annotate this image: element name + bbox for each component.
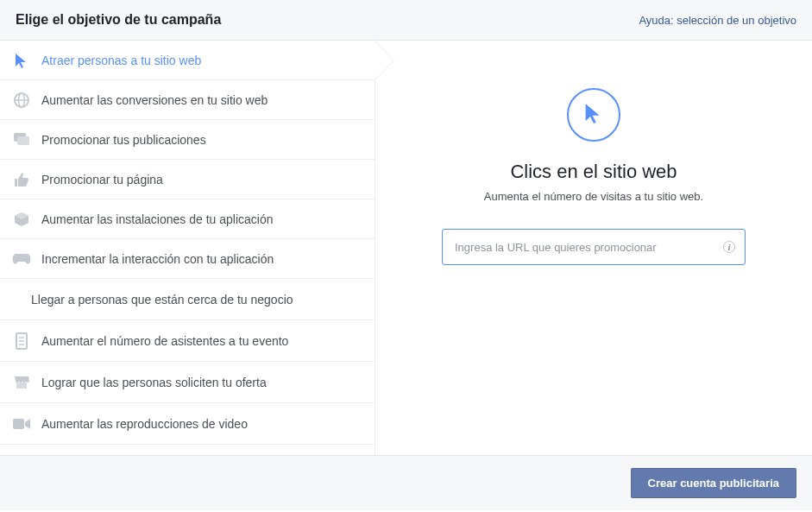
objective-boost-posts[interactable]: Promocionar tus publicaciones	[0, 120, 375, 160]
info-icon[interactable]: i	[723, 241, 735, 253]
objective-event-responses[interactable]: Aumentar el número de asistentes a tu ev…	[0, 320, 375, 362]
svg-rect-10	[13, 419, 24, 429]
hero-icon-circle	[567, 88, 620, 142]
objective-offer-claims[interactable]: Lograr que las personas soliciten tu ofe…	[0, 362, 375, 403]
objective-app-engagement[interactable]: Incrementar la interacción con tu aplica…	[0, 239, 375, 279]
globe-icon	[12, 91, 31, 110]
blank-icon	[12, 290, 31, 309]
objective-subtitle: Aumenta el número de visitas a tu sitio …	[484, 190, 703, 203]
header: Elige el objetivo de tu campaña Ayuda: s…	[0, 0, 812, 41]
sidebar-item-label: Llegar a personas que están cerca de tu …	[31, 293, 293, 307]
objective-local-awareness[interactable]: Llegar a personas que están cerca de tu …	[0, 279, 375, 320]
url-input-wrap: i	[442, 229, 746, 265]
like-icon	[12, 170, 31, 189]
main-body: Atraer personas a tu sitio web Aumentar …	[0, 41, 812, 455]
objective-app-installs[interactable]: Aumentar las instalaciones de tu aplicac…	[0, 199, 375, 239]
sidebar-item-label: Aumentar las conversiones en tu sitio we…	[41, 93, 268, 107]
svg-rect-4	[17, 136, 29, 145]
objective-video-views[interactable]: Aumentar las reproducciones de video	[0, 403, 375, 445]
sidebar-item-label: Atraer personas a tu sitio web	[41, 54, 201, 67]
create-ad-account-button[interactable]: Crear cuenta publicitaria	[631, 468, 796, 498]
package-icon	[12, 210, 31, 229]
sidebar-item-label: Aumentar las instalaciones de tu aplicac…	[41, 212, 274, 226]
cursor-icon	[583, 101, 604, 129]
main-panel: Clics en el sitio web Aumenta el número …	[375, 41, 812, 455]
footer: Crear cuenta publicitaria	[0, 455, 812, 510]
objective-website-conversions[interactable]: Aumentar las conversiones en tu sitio we…	[0, 80, 375, 120]
page-title: Elige el objetivo de tu campaña	[16, 12, 221, 28]
store-icon	[12, 373, 31, 392]
sidebar-item-label: Promocionar tu página	[41, 173, 163, 186]
document-icon	[12, 332, 31, 351]
sidebar-item-label: Promocionar tus publicaciones	[41, 133, 206, 147]
video-icon	[12, 414, 31, 433]
sidebar: Atraer personas a tu sitio web Aumentar …	[0, 41, 375, 455]
help-link[interactable]: Ayuda: selección de un objetivo	[639, 14, 796, 27]
sidebar-item-label: Aumentar el número de asistentes a tu ev…	[41, 334, 288, 348]
objective-clicks-to-website[interactable]: Atraer personas a tu sitio web	[0, 41, 375, 80]
sidebar-item-label: Incrementar la interacción con tu aplica…	[41, 252, 274, 266]
chat-icon	[12, 130, 31, 149]
cursor-icon	[12, 51, 31, 70]
sidebar-item-label: Aumentar las reproducciones de video	[41, 417, 248, 431]
objective-promote-page[interactable]: Promocionar tu página	[0, 160, 375, 199]
svg-rect-9	[16, 382, 27, 389]
sidebar-item-label: Lograr que las personas soliciten tu ofe…	[41, 376, 267, 389]
url-input[interactable]	[442, 229, 746, 265]
objective-title: Clics en el sitio web	[510, 161, 677, 183]
gamepad-icon	[12, 250, 31, 269]
